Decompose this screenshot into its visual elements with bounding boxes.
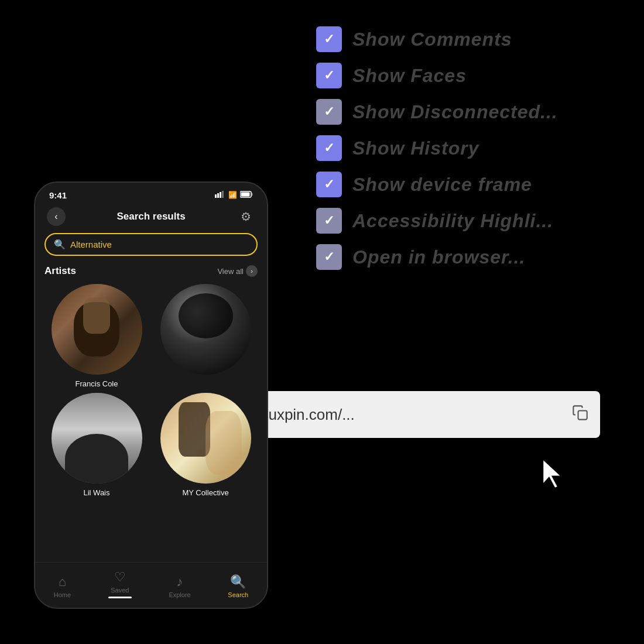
artists-title: Artists [44, 265, 76, 277]
saved-label: Saved [111, 587, 129, 594]
artist-card-3[interactable]: Lil Wais [44, 393, 149, 497]
checkbox-row-2[interactable]: ✓ Show Faces [316, 63, 558, 88]
nav-indicator [108, 597, 132, 598]
checkbox-list: ✓ Show Comments ✓ Show Faces ✓ Show Disc… [316, 26, 558, 270]
home-icon: ⌂ [59, 574, 66, 590]
svg-rect-4 [222, 191, 224, 198]
checkbox-label-7: Open in browser... [352, 246, 525, 268]
artist-grid: Francis Cole Lil Wais MY Collective [35, 284, 267, 506]
copy-icon[interactable] [572, 405, 588, 425]
checkbox-label-1: Show Comments [352, 29, 512, 50]
search-nav-icon: 🔍 [230, 574, 246, 590]
view-all-label: View all [217, 267, 244, 276]
checkbox-row-7[interactable]: ✓ Open in browser... [316, 244, 558, 270]
checkbox-5[interactable]: ✓ [316, 172, 342, 197]
checkbox-row-4[interactable]: ✓ Show History [316, 135, 558, 161]
artist-avatar-4 [160, 393, 251, 484]
wifi-icon: 📶 [228, 191, 237, 199]
artists-section-header: Artists View all › [35, 265, 267, 284]
phone-header: ‹ Search results ⚙ [35, 205, 267, 233]
artist-card-1[interactable]: Francis Cole [44, 284, 149, 388]
explore-icon: ♪ [177, 574, 183, 590]
checkbox-label-6: Accessibility Highli... [352, 210, 553, 232]
checkbox-2[interactable]: ✓ [316, 63, 342, 88]
svg-rect-6 [252, 193, 253, 196]
status-icons: 📶 [215, 190, 253, 200]
battery-icon [240, 190, 253, 200]
search-bar[interactable]: 🔍 Alternative [44, 233, 258, 256]
header-title: Search results [117, 211, 185, 222]
signal-icon [215, 191, 225, 200]
checkbox-row-5[interactable]: ✓ Show device frame [316, 172, 558, 197]
settings-button[interactable]: ⚙ [237, 207, 255, 226]
svg-rect-7 [241, 193, 250, 197]
checkbox-1[interactable]: ✓ [316, 26, 342, 52]
svg-rect-2 [217, 193, 219, 198]
phone-mockup: 9:41 📶 ‹ Search results [34, 181, 268, 609]
checkbox-label-5: Show device frame [352, 174, 532, 196]
artist-name-1: Francis Cole [76, 379, 118, 388]
home-label: Home [54, 591, 71, 598]
svg-rect-3 [220, 192, 221, 198]
svg-rect-1 [215, 194, 217, 198]
checkbox-3[interactable]: ✓ [316, 99, 342, 125]
back-button[interactable]: ‹ [47, 207, 66, 226]
explore-label: Explore [169, 591, 190, 598]
artist-avatar-1 [52, 284, 142, 375]
svg-rect-0 [578, 410, 587, 419]
artist-avatar-3 [52, 393, 142, 484]
checkbox-4[interactable]: ✓ [316, 135, 342, 161]
saved-icon: ♡ [114, 570, 126, 585]
bottom-nav: ⌂ Home ♡ Saved ♪ Explore 🔍 Search [35, 562, 267, 608]
artist-avatar-2 [160, 284, 251, 375]
nav-search[interactable]: 🔍 Search [228, 574, 248, 598]
checkbox-label-2: Show Faces [352, 65, 467, 87]
checkbox-row-3[interactable]: ✓ Show Disconnected... [316, 99, 558, 125]
search-input[interactable]: Alternative [70, 239, 112, 249]
view-all-arrow-icon: › [246, 265, 258, 277]
search-icon: 🔍 [54, 239, 66, 250]
nav-explore[interactable]: ♪ Explore [169, 574, 190, 598]
checkbox-row-1[interactable]: ✓ Show Comments [316, 26, 558, 52]
mouse-cursor [539, 457, 568, 492]
view-all-button[interactable]: View all › [217, 265, 258, 277]
checkbox-label-3: Show Disconnected... [352, 101, 558, 123]
artist-card-4[interactable]: MY Collective [153, 393, 258, 497]
nav-home[interactable]: ⌂ Home [54, 574, 71, 598]
status-time: 9:41 [49, 190, 67, 200]
artist-card-2[interactable] [153, 284, 258, 388]
artist-name-4: MY Collective [182, 488, 228, 497]
status-bar: 9:41 📶 [35, 183, 267, 205]
nav-saved[interactable]: ♡ Saved [108, 570, 132, 598]
checkbox-row-6[interactable]: ✓ Accessibility Highli... [316, 208, 558, 234]
checkbox-label-4: Show History [352, 138, 479, 159]
search-label: Search [228, 591, 248, 598]
checkbox-7[interactable]: ✓ [316, 244, 342, 270]
checkbox-6[interactable]: ✓ [316, 208, 342, 234]
artist-name-3: Lil Wais [83, 488, 109, 497]
